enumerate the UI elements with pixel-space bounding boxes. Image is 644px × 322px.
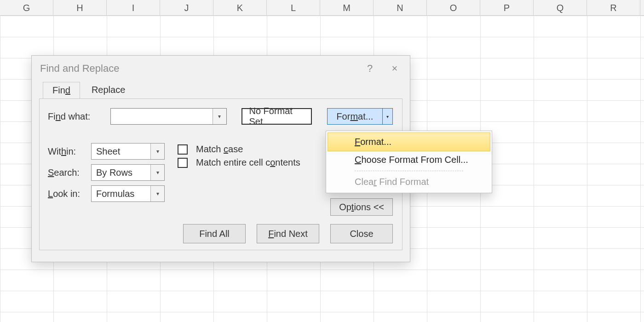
chevron-down-icon: ▾ [386,114,389,119]
search-select[interactable]: By Rows ▾ [91,164,165,181]
column-header[interactable]: H [53,0,107,15]
help-button[interactable]: ? [357,59,382,78]
column-header[interactable]: J [160,0,213,15]
find-what-label: Find what: [48,111,107,122]
column-header[interactable]: I [107,0,160,15]
tab-replace[interactable]: Replace [82,81,135,98]
search-value: By Rows [92,165,150,180]
button-label: Close [350,229,373,239]
find-what-combo[interactable]: ▾ [110,108,227,125]
button-label: Format... [336,111,373,122]
column-header[interactable]: R [587,0,640,15]
find-what-dropdown[interactable]: ▾ [213,109,226,124]
close-window-button[interactable]: × [382,59,407,78]
column-header[interactable]: O [427,0,480,15]
chevron-down-icon: ▾ [156,169,159,176]
menu-separator [355,171,463,171]
dialog-footer: Find All Find Next Close [183,224,393,243]
format-button-split[interactable]: ▾ [382,109,392,124]
tab-label: Replace [92,85,125,95]
format-button[interactable]: Format... ▾ [327,108,393,125]
chevron-down-icon: ▾ [218,113,221,120]
close-icon: × [392,63,398,75]
checks-column: Match case Match entire cell contents [178,143,300,207]
lookin-label: Look in: [48,189,87,199]
within-dropdown[interactable]: ▾ [150,144,164,159]
menu-item-label: Format... [355,137,391,147]
dialog-titlebar[interactable]: Find and Replace ? × [32,56,410,81]
lookin-select[interactable]: Formulas ▾ [91,185,165,202]
column-header[interactable]: K [213,0,267,15]
within-label: Within: [48,146,87,157]
menu-item-format[interactable]: Format... [328,132,490,151]
column-header[interactable]: L [267,0,320,15]
within-value: Sheet [92,144,150,159]
within-select[interactable]: Sheet ▾ [91,143,165,160]
match-entire-label: Match entire cell contents [196,157,300,168]
menu-item-choose-from-cell[interactable]: Choose Format From Cell... [328,151,490,169]
match-case-checkbox[interactable] [178,144,188,155]
find-all-button[interactable]: Find All [183,224,246,243]
format-button-face[interactable]: Format... [328,109,382,124]
column-header[interactable]: P [480,0,534,15]
selects-column: Within: Sheet ▾ Search: By Rows ▾ [48,143,165,207]
menu-item-label: Clear Find Format [355,177,429,187]
column-header-row: G H I J K L M N O P Q R [0,0,644,16]
tab-label: Find [52,85,70,95]
button-label: Options << [339,202,384,213]
match-entire-checkbox[interactable] [178,158,188,168]
format-dropdown-menu: Format... Choose Format From Cell... Cle… [326,131,492,193]
menu-item-clear-find-format: Clear Find Format [328,173,490,191]
search-dropdown[interactable]: ▾ [150,165,164,180]
chevron-down-icon: ▾ [156,190,159,197]
tab-find[interactable]: Find [43,82,80,99]
column-header[interactable]: Q [534,0,587,15]
tabstrip: Find Replace [39,81,402,98]
lookin-value: Formulas [92,186,150,201]
chevron-down-icon: ▾ [156,148,159,155]
help-icon: ? [367,63,373,75]
close-button[interactable]: Close [330,224,393,243]
lookin-dropdown[interactable]: ▾ [150,186,164,201]
button-label: Find All [199,229,230,239]
match-case-label: Match case [196,144,243,155]
find-what-row: Find what: ▾ No Format Set Format... ▾ [48,108,393,125]
menu-item-label: Choose Format From Cell... [355,155,468,165]
find-next-button[interactable]: Find Next [257,224,319,243]
column-header[interactable]: M [320,0,374,15]
button-label: Find Next [268,229,308,239]
format-preview: No Format Set [242,108,312,125]
dialog-title: Find and Replace [40,63,357,75]
find-what-input[interactable] [111,109,213,124]
search-label: Search: [48,167,87,178]
column-header[interactable]: N [374,0,427,15]
column-header[interactable]: G [0,0,53,15]
options-button[interactable]: Options << [330,198,393,216]
